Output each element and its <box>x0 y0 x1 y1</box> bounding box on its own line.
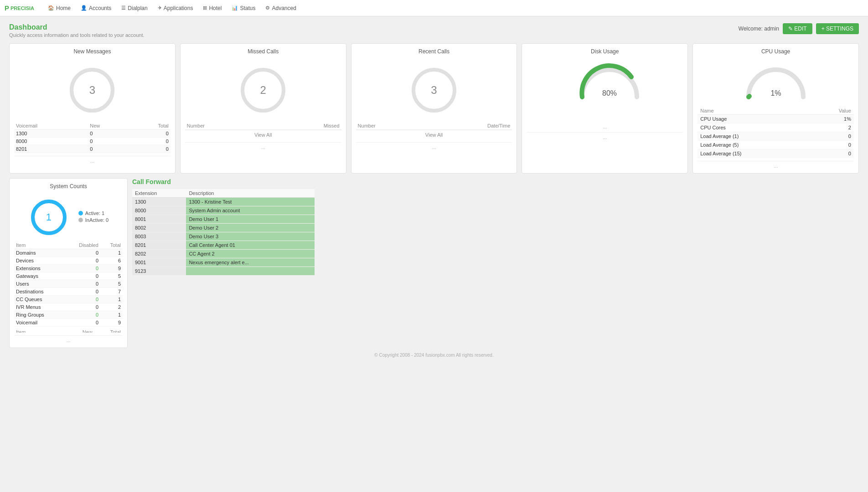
call-forward-widget: Call Forward Extension Description 13001… <box>132 178 859 348</box>
new-messages-count: 3 <box>89 84 95 97</box>
table-row: IVR Menus02 <box>14 303 123 311</box>
sc2-new-col: New <box>67 328 94 333</box>
cpu-value-col: Value <box>811 107 854 115</box>
logo-text: PRECISIA <box>10 5 34 11</box>
legend-active: Active: 1 <box>78 210 108 216</box>
sc-disabled-col: Disabled <box>64 241 100 249</box>
table-row: Users05 <box>14 280 123 288</box>
nav-hotel[interactable]: ⊞Hotel <box>198 2 226 14</box>
applications-icon: ✈ <box>158 5 162 11</box>
page-subtitle: Quickly access information and tools rel… <box>9 32 145 38</box>
table-row: Load Average (15)0 <box>698 149 854 158</box>
navbar: P PRECISIA 🏠Home 👤Accounts ☰Dialplan ✈Ap… <box>0 0 868 16</box>
settings-button[interactable]: + SETTINGS <box>816 23 859 34</box>
donut-legend: Active: 1 InActive: 0 <box>78 210 108 224</box>
system-counts-table: Item Disabled Total Domains01Devices06Ex… <box>14 241 123 327</box>
table-row: Gateways05 <box>14 272 123 280</box>
table-row: CC Queues01 <box>14 296 123 303</box>
status-icon: 📊 <box>232 5 238 11</box>
disk-usage-widget: Disk Usage 80% ... ... <box>522 43 688 174</box>
widget-row-1: New Messages 3 Voicemail New Total <box>9 43 859 174</box>
cpu-usage-footer: ... <box>698 161 854 169</box>
cpu-stats-table: Name Value CPU Usage1%CPU Cores2Load Ave… <box>698 107 854 158</box>
table-row: 8202CC Agent 2 <box>132 250 315 258</box>
recent-calls-view-all[interactable]: View All <box>356 130 512 139</box>
cpu-usage-gauge-svg: 1% <box>744 63 808 99</box>
donut-container: 1 Active: 1 InActive: 0 <box>14 193 123 241</box>
table-row: Extensions09 <box>14 265 123 272</box>
new-col-header: New <box>88 122 128 130</box>
table-row: 13001300 - Kristine Test <box>132 198 315 206</box>
number-col: Number <box>185 122 267 130</box>
nav-accounts[interactable]: 👤Accounts <box>76 2 116 14</box>
system-counts-footer: ... <box>14 335 123 343</box>
cpu-usage-percent-text: 1% <box>770 89 781 97</box>
system-counts-title: System Counts <box>14 183 123 190</box>
nav-applications[interactable]: ✈Applications <box>153 2 198 14</box>
disk-usage-gauge-wrap: 80% <box>578 63 632 118</box>
logo[interactable]: P PRECISIA <box>5 4 34 12</box>
footer: © Copyright 2008 - 2024 fusionpbx.com Al… <box>9 348 859 362</box>
advanced-icon: ⚙ <box>265 5 270 11</box>
copyright-text: © Copyright 2008 - 2024 fusionpbx.com Al… <box>374 353 493 358</box>
new-messages-gauge-wrap: 3 <box>65 63 119 118</box>
page-title: Dashboard <box>9 23 145 31</box>
cf-extension-col: Extension <box>132 189 186 198</box>
table-row: 9001Nexus emergency alert e... <box>132 258 315 267</box>
cpu-usage-gauge-wrap: 1% <box>744 63 808 101</box>
system-counts-table-2: Item New Total Messages00 <box>14 328 123 333</box>
missed-calls-gauge-wrap: 2 <box>236 63 290 118</box>
system-counts-widget: System Counts 1 Active: 1 <box>9 178 128 348</box>
cf-description-col: Description <box>186 189 315 198</box>
table-row: 130000 <box>14 130 170 138</box>
main-content: Dashboard Quickly access information and… <box>0 16 868 369</box>
total-col-header: Total <box>129 122 170 130</box>
table-row: CPU Cores2 <box>698 123 854 132</box>
missed-calls-view-all[interactable]: View All <box>185 130 341 139</box>
legend-inactive: InActive: 0 <box>78 217 108 223</box>
disk-usage-footer-dots: ... <box>527 124 683 129</box>
table-row: 820100 <box>14 145 170 153</box>
bottom-row: System Counts 1 Active: 1 <box>9 178 859 348</box>
sc-item-col: Item <box>14 241 64 249</box>
recent-calls-title: Recent Calls <box>356 48 512 55</box>
recent-calls-widget: Recent Calls 3 Number Date/Time View Al <box>351 43 517 174</box>
nav-status[interactable]: 📊Status <box>227 2 260 14</box>
new-messages-gauge: 3 <box>14 58 170 122</box>
page-title-block: Dashboard Quickly access information and… <box>9 23 145 38</box>
nav-advanced[interactable]: ⚙Advanced <box>261 2 300 14</box>
table-row: Domains01 <box>14 249 123 257</box>
nav-dialplan[interactable]: ☰Dialplan <box>117 2 152 14</box>
table-row: Load Average (5)0 <box>698 141 854 149</box>
disk-usage-gauge: 80% <box>527 58 683 122</box>
cpu-name-col: Name <box>698 107 811 115</box>
sc-total-col: Total <box>100 241 123 249</box>
hotel-icon: ⊞ <box>203 5 207 11</box>
header-actions: Welcome: admin ✎ EDIT + SETTINGS <box>739 23 859 34</box>
disk-usage-footer: ... <box>527 132 683 140</box>
nav-home[interactable]: 🏠Home <box>43 2 75 14</box>
missed-calls-count: 2 <box>260 84 266 97</box>
dialplan-icon: ☰ <box>121 5 126 11</box>
new-messages-table: Voicemail New Total 130000800000820100 <box>14 122 170 153</box>
table-row: 8003Demo User 3 <box>132 232 315 241</box>
call-forward-title: Call Forward <box>132 178 859 185</box>
table-row: Ring Groups01 <box>14 311 123 319</box>
home-icon: 🏠 <box>48 5 54 11</box>
edit-button[interactable]: ✎ EDIT <box>783 23 812 34</box>
recent-calls-count: 3 <box>431 84 437 97</box>
sc-scroll[interactable]: Item Disabled Total Domains01Devices06Ex… <box>14 241 123 333</box>
new-messages-title: New Messages <box>14 48 170 55</box>
disk-usage-gauge-svg: 80% <box>578 63 641 99</box>
page-header: Dashboard Quickly access information and… <box>9 23 859 38</box>
missed-calls-widget: Missed Calls 2 Number Missed View All <box>180 43 346 174</box>
nav-items: 🏠Home 👤Accounts ☰Dialplan ✈Applications … <box>43 2 301 14</box>
welcome-text: Welcome: admin <box>739 26 779 32</box>
cpu-usage-title: CPU Usage <box>698 48 854 55</box>
recent-calls-gauge-wrap: 3 <box>407 63 461 118</box>
cpu-usage-gauge: 1% <box>698 58 854 105</box>
table-row: 8001Demo User 1 <box>132 215 315 224</box>
missed-calls-gauge: 2 <box>185 58 341 122</box>
missed-calls-footer: ... <box>185 142 341 150</box>
donut-wrap: 1 <box>28 197 69 238</box>
